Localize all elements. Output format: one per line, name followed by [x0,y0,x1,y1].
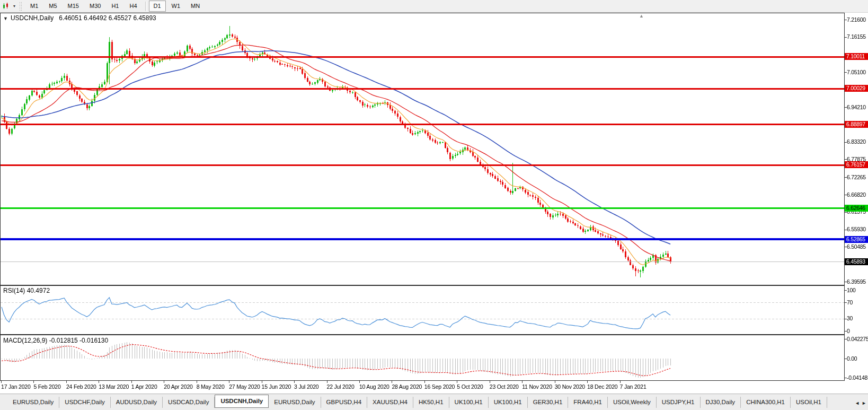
macd-axis-label: 0.042275 [847,336,868,343]
chart-tab-audusd-daily[interactable]: AUDUSD,Daily [111,397,163,408]
price-axis-label: 6.72265 [847,174,868,181]
timeframe-button-mn[interactable]: MN [186,1,205,12]
collapse-triangle-icon[interactable]: ▼ [3,16,8,21]
chart-tab-uk100-h1[interactable]: UK100,H1 [449,397,489,408]
price-axis-label: 6.39595 [847,278,868,285]
chart-tab-xauusd-h4[interactable]: XAUUSD,H4 [367,397,413,408]
ohlc-quote: 6.46051 6.46492 6.45527 6.45893 [59,14,156,22]
time-axis-label: 30 Nov 2020 [555,383,585,390]
rsi-axis-label: 100 [847,287,868,294]
symbol-period-label: USDCNH,Daily [11,14,54,22]
price-axis-label: 7.16155 [847,33,868,40]
time-axis-label: 13 Mar 2020 [99,383,129,390]
scroll-to-end-marker[interactable]: ▲ [639,13,644,19]
chart-tab-usdcad-daily[interactable]: USDCAD,Daily [163,397,215,408]
price-axis-label: 6.66820 [847,191,868,198]
timeframe-button-h1[interactable]: H1 [107,1,123,12]
chart-tab-ger30-h1[interactable]: GER30,H1 [528,397,569,408]
chart-tab-usoil-weekly[interactable]: USOil,Weekly [608,397,657,408]
current-price-label: 6.45893 [845,258,868,265]
timeframe-button-h4[interactable]: H4 [125,1,141,12]
timeframe-button-w1[interactable]: W1 [167,1,185,12]
time-axis-label: 27 May 2020 [229,383,260,390]
trading-platform-window: ▾ M1M5M15M30H1H4D1W1MN ▼USDCNH,Daily6.46… [0,0,868,410]
macd-axis-label: 0.00 [847,355,868,362]
support-level-6529-label: 6.52865 [845,236,868,243]
time-axis-label: 5 Oct 2020 [457,383,483,390]
chart-title: ▼USDCNH,Daily6.46051 6.46492 6.45527 6.4… [3,14,156,22]
resistance-level-6889-label: 6.88897 [845,121,868,128]
time-axis-label: 11 Nov 2020 [522,383,552,390]
time-axis-label: 5 Feb 2020 [33,383,60,390]
timeframe-button-m1[interactable]: M1 [25,1,43,12]
time-axis-label: 24 Feb 2020 [66,383,96,390]
chart-tab-china300-h1[interactable]: CHINA300,H1 [741,397,791,408]
chart-tab-gbpusd-h4[interactable]: GBPUSD,H4 [321,397,367,408]
rsi-axis-label: 30 [847,315,868,322]
chart-tab-fra40-h1[interactable]: FRA40,H1 [568,397,608,408]
chart-tab-eurusd-daily[interactable]: EURUSD,Daily [269,397,321,408]
timeframe-button-d1[interactable]: D1 [149,1,166,12]
price-axis-label: 6.50485 [847,243,868,250]
timeframe-button-m30[interactable]: M30 [85,1,105,12]
chart-tab-hk50-h1[interactable]: HK50,H1 [413,397,449,408]
price-axis-label: 6.83320 [847,138,868,145]
chart-type-button[interactable] [0,1,12,11]
timeframe-button-m5[interactable]: M5 [44,1,61,12]
time-axis-label: 28 Aug 2020 [392,383,422,390]
time-axis-label: 17 Jan 2020 [1,383,31,390]
rsi-indicator-label: RSI(14) 40.4972 [3,287,50,294]
timeframe-button-group: M1M5M15M30H1H4D1W1MN [25,1,205,12]
macd-indicator-label: MACD(12,26,9) -0.012815 -0.016130 [3,337,108,344]
chart-tab-bar: ◄ ► EURUSD,DailyUSDCHF,DailyAUDUSD,Daily… [0,394,868,410]
chart-tab-dj30-daily[interactable]: DJ30,Daily [701,397,741,408]
chart-tab-usdchf-daily[interactable]: USDCHF,Daily [59,397,110,408]
chart-canvas[interactable] [0,0,868,410]
time-axis-label: 10 Aug 2020 [359,383,389,390]
chart-tab-eurusd-daily[interactable]: EURUSD,Daily [7,397,59,408]
chart-toolbar: ▾ M1M5M15M30H1H4D1W1MN [0,0,868,13]
price-axis-label: 7.21600 [847,16,868,23]
time-axis-label: 7 Jan 2021 [620,383,646,390]
time-axis-label: 23 Oct 2020 [490,383,519,390]
time-axis-label: 18 Dec 2020 [587,383,617,390]
time-axis-label: 20 Apr 2020 [164,383,192,390]
price-axis-label: 6.94210 [847,104,868,111]
toolbar-grip-handle[interactable] [19,2,23,11]
resistance-level-7100-label: 7.10011 [845,53,868,60]
price-axis-label: 6.55930 [847,226,868,233]
chevron-down-icon: ▾ [13,4,15,8]
support-level-6626-label: 6.62646 [845,205,868,212]
time-axis-label: 15 Jun 2020 [262,383,291,390]
price-axis-label: 7.05100 [847,69,868,76]
candlestick-chart-icon [2,3,10,10]
time-axis-label: 1 Apr 2020 [131,383,157,390]
time-axis-label: 16 Sep 2020 [424,383,455,390]
time-axis-label: 22 Jul 2020 [327,383,355,390]
timeframe-button-m15[interactable]: M15 [63,1,84,12]
chart-tab-usdjpy-h1[interactable]: USDJPY,H1 [657,397,701,408]
chart-tab-usdcnh-daily[interactable]: USDCNH,Daily [215,395,269,408]
chart-tab-uk100-h1[interactable]: UK100,H1 [489,397,528,408]
chart-tab-usoil-h1[interactable]: USOil,H1 [791,397,827,408]
rsi-axis-label: 0 [847,328,868,335]
rsi-axis-label: 70 [847,299,868,306]
resistance-level-7000-label: 7.00029 [845,85,868,92]
tab-scroll-right-button[interactable]: ► [862,400,866,406]
macd-axis-label: -0.04148 [847,374,868,381]
time-axis-label: 3 Jul 2020 [294,383,318,390]
resistance-level-6762-label: 6.76157 [845,161,868,168]
time-axis-label: 8 May 2020 [197,383,225,390]
chart-type-dropdown[interactable]: ▾ [12,4,17,8]
toolbar-separator [145,2,146,11]
tab-scroll-left-button[interactable]: ◄ [855,400,860,406]
